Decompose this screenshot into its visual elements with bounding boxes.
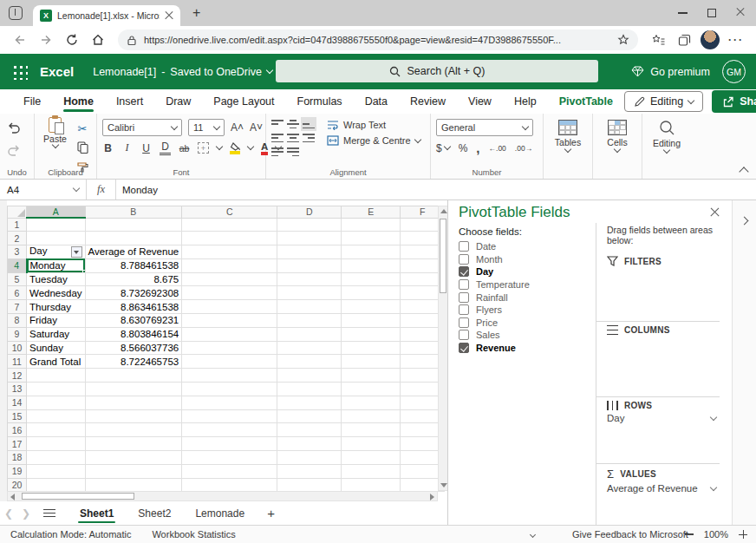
cell-B18[interactable] [85, 451, 182, 465]
cell-C2[interactable] [182, 232, 277, 245]
cell-E5[interactable] [342, 272, 401, 286]
column-header-B[interactable]: B [85, 206, 182, 219]
cell-D13[interactable] [277, 383, 342, 396]
cell-A14[interactable] [27, 396, 86, 409]
tab-close-icon[interactable] [165, 11, 173, 20]
column-header-E[interactable]: E [342, 206, 401, 219]
tab-data[interactable]: Data [354, 89, 399, 114]
cell-A15[interactable] [27, 409, 86, 423]
row-header-17[interactable]: 17 [8, 437, 27, 451]
sheet-tab-sheet1[interactable]: Sheet1 [68, 501, 126, 525]
horizontal-scrollbar[interactable] [7, 491, 438, 501]
prev-sheet-icon[interactable]: ❮ [0, 507, 17, 520]
cell-C11[interactable] [182, 355, 277, 369]
browser-tab[interactable]: X Lemonade[1].xlsx - Microsoft Exc [33, 5, 180, 26]
cell-A1[interactable] [27, 218, 86, 232]
cell-D12[interactable] [277, 369, 342, 383]
cell-C19[interactable] [182, 464, 277, 478]
collections-icon[interactable] [673, 29, 695, 51]
checkbox-price[interactable] [459, 317, 469, 328]
cell-B19[interactable] [85, 464, 182, 478]
cell-E14[interactable] [342, 396, 401, 409]
increase-decimal-icon[interactable]: ←.00 [489, 144, 506, 153]
cell-D17[interactable] [277, 437, 342, 451]
cell-C14[interactable] [182, 396, 277, 409]
cell-E18[interactable] [342, 451, 401, 465]
cell-A11[interactable]: Grand Total [27, 355, 86, 369]
home-icon[interactable] [87, 29, 109, 51]
values-area[interactable]: Σ VALUES Average of Revenue [596, 463, 720, 525]
font-size-select[interactable]: 11 [188, 119, 225, 136]
cell-E7[interactable] [342, 300, 401, 314]
cell-E16[interactable] [342, 423, 401, 437]
cell-E17[interactable] [342, 437, 401, 451]
row-header-11[interactable]: 11 [8, 355, 27, 369]
editing-mode-button[interactable]: Editing [624, 91, 703, 112]
cell-B20[interactable] [85, 478, 182, 492]
checkbox-date[interactable] [459, 241, 469, 252]
cell-A4[interactable]: Monday [27, 258, 86, 272]
undo-icon[interactable] [5, 119, 23, 136]
percent-icon[interactable]: % [459, 142, 468, 154]
browser-menu-icon[interactable]: ··· [725, 29, 747, 51]
panel-close-icon[interactable] [710, 207, 720, 217]
search-input[interactable]: Search (Alt + Q) [276, 60, 598, 82]
cell-A12[interactable] [27, 369, 86, 383]
tab-draw[interactable]: Draw [154, 89, 202, 114]
row-header-10[interactable]: 10 [8, 341, 27, 355]
account-avatar[interactable]: GM [722, 60, 746, 83]
columns-area[interactable]: COLUMNS [596, 321, 720, 396]
checkbox-rainfall[interactable] [459, 292, 469, 303]
profile-avatar[interactable] [699, 29, 721, 51]
cell-B15[interactable] [85, 409, 182, 423]
cell-B7[interactable]: 8.863461538 [85, 300, 182, 314]
cell-E12[interactable] [342, 369, 401, 383]
cell-D8[interactable] [277, 314, 342, 328]
zoom-level[interactable]: 100% [704, 529, 728, 540]
cell-C5[interactable] [182, 272, 277, 286]
row-header-3[interactable]: 3 [8, 245, 27, 259]
field-month[interactable]: Month [459, 253, 589, 266]
sheet-tab-lemonade[interactable]: Lemonade [183, 501, 257, 525]
cell-E19[interactable] [342, 464, 401, 478]
align-left-icon[interactable] [271, 133, 284, 143]
cell-A13[interactable] [27, 383, 86, 396]
row-header-4[interactable]: 4 [8, 258, 27, 272]
share-button[interactable]: Share [712, 90, 756, 113]
sheet-tab-sheet2[interactable]: Sheet2 [126, 501, 183, 525]
checkbox-temperature[interactable] [459, 279, 469, 290]
cell-A2[interactable] [27, 232, 86, 245]
cell-C7[interactable] [182, 300, 277, 314]
cell-E20[interactable] [342, 478, 401, 492]
cell-C9[interactable] [182, 327, 277, 341]
increase-indent-icon[interactable] [287, 147, 299, 157]
cell-E15[interactable] [342, 409, 401, 423]
tab-help[interactable]: Help [503, 89, 548, 114]
address-bar[interactable]: https://onedrive.live.com/edit.aspx?cid=… [118, 29, 638, 50]
cell-C15[interactable] [182, 409, 277, 423]
tab-actions-icon[interactable] [9, 6, 23, 20]
cell-C18[interactable] [182, 451, 277, 465]
app-launcher-icon[interactable] [11, 63, 28, 80]
hscroll-thumb[interactable] [22, 493, 134, 500]
cell-A10[interactable]: Sunday [27, 341, 86, 355]
cell-B2[interactable] [85, 232, 182, 245]
cell-E10[interactable] [342, 341, 401, 355]
tab-page-layout[interactable]: Page Layout [202, 89, 285, 114]
refresh-icon[interactable] [61, 29, 83, 51]
field-date[interactable]: Date [459, 240, 589, 253]
cell-C8[interactable] [182, 314, 277, 328]
number-format-select[interactable]: General [436, 119, 533, 136]
cell-D16[interactable] [277, 423, 342, 437]
align-center-icon[interactable] [287, 133, 299, 143]
row-header-20[interactable]: 20 [8, 478, 27, 492]
cell-E2[interactable] [342, 232, 401, 245]
borders-icon[interactable]: + [198, 142, 209, 154]
cell-B3[interactable]: Average of Revenue [85, 245, 182, 259]
row-header-12[interactable]: 12 [8, 369, 27, 383]
column-header-A[interactable]: A [27, 206, 86, 219]
redo-icon[interactable] [5, 141, 23, 159]
cell-B17[interactable] [85, 437, 182, 451]
values-field-average-of-revenue[interactable]: Average of Revenue [607, 481, 720, 494]
cell-D14[interactable] [277, 396, 342, 409]
